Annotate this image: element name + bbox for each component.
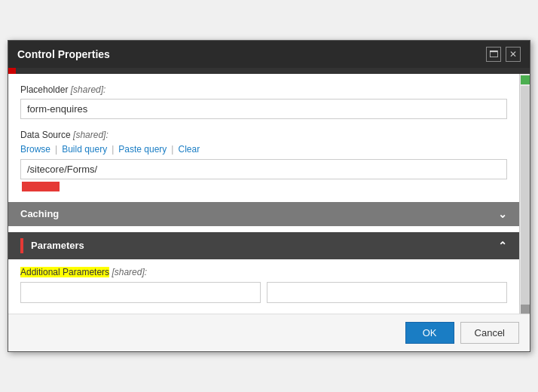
parameters-chevron: ⌃	[498, 240, 507, 252]
control-properties-dialog: Control Properties 🗖 ✕ Placeholder [shar…	[8, 40, 530, 351]
progress-fill	[8, 68, 16, 74]
additional-params-label: Additional Parameters [shared]:	[20, 267, 507, 277]
params-inputs	[20, 282, 507, 303]
redacted-value	[22, 182, 60, 191]
placeholder-shared-tag: [shared]:	[71, 84, 106, 95]
caching-label: Caching	[20, 208, 59, 219]
param-input-2[interactable]	[267, 282, 507, 303]
parameters-header-left: Parameters	[20, 238, 84, 253]
parameters-section-header[interactable]: Parameters ⌃	[8, 232, 519, 259]
scrollbar[interactable]	[519, 74, 530, 313]
datasource-label: Data Source [shared]:	[20, 130, 507, 140]
parameters-label: Parameters	[31, 240, 84, 251]
caching-section-header[interactable]: Caching ⌄	[8, 202, 519, 226]
titlebar-buttons: 🗖 ✕	[486, 47, 521, 62]
datasource-shared-tag: [shared]:	[73, 130, 109, 140]
datasource-section: Data Source [shared]: Browse | Build que…	[20, 130, 507, 191]
placeholder-input[interactable]	[20, 99, 507, 119]
paste-query-link[interactable]: Paste query	[118, 144, 167, 155]
params-shared-tag: [shared]:	[112, 267, 147, 277]
ok-button[interactable]: OK	[405, 322, 454, 344]
sep3: |	[171, 144, 173, 155]
cancel-button[interactable]: Cancel	[460, 322, 519, 344]
datasource-input[interactable]	[20, 159, 507, 179]
param-input-1[interactable]	[20, 282, 261, 303]
restore-button[interactable]: 🗖	[486, 47, 501, 62]
progress-bar	[8, 68, 530, 74]
sep1: |	[55, 144, 57, 155]
scrollbar-thumb-top	[521, 75, 530, 84]
build-query-link[interactable]: Build query	[62, 144, 107, 155]
placeholder-label: Placeholder [shared]:	[20, 84, 507, 95]
browse-link[interactable]: Browse	[20, 144, 50, 155]
clear-link[interactable]: Clear	[178, 144, 200, 155]
dialog-body: Placeholder [shared]: Data Source [share…	[8, 74, 530, 313]
scrollbar-thumb-bottom	[521, 305, 530, 314]
parameters-accent	[20, 238, 23, 253]
dialog-title: Control Properties	[17, 48, 110, 60]
placeholder-section: Placeholder [shared]:	[20, 84, 507, 119]
sep2: |	[112, 144, 114, 155]
caching-chevron: ⌄	[498, 208, 507, 220]
parameters-content: Additional Parameters [shared]:	[20, 267, 507, 303]
dialog-footer: OK Cancel	[8, 314, 530, 351]
close-button[interactable]: ✕	[506, 47, 521, 62]
additional-params-text: Additional Parameters	[20, 267, 109, 277]
datasource-actions: Browse | Build query | Paste query | Cle…	[20, 144, 507, 155]
dialog-titlebar: Control Properties 🗖 ✕	[8, 41, 530, 68]
content-area: Placeholder [shared]: Data Source [share…	[8, 74, 519, 313]
scrollbar-main	[521, 86, 530, 304]
